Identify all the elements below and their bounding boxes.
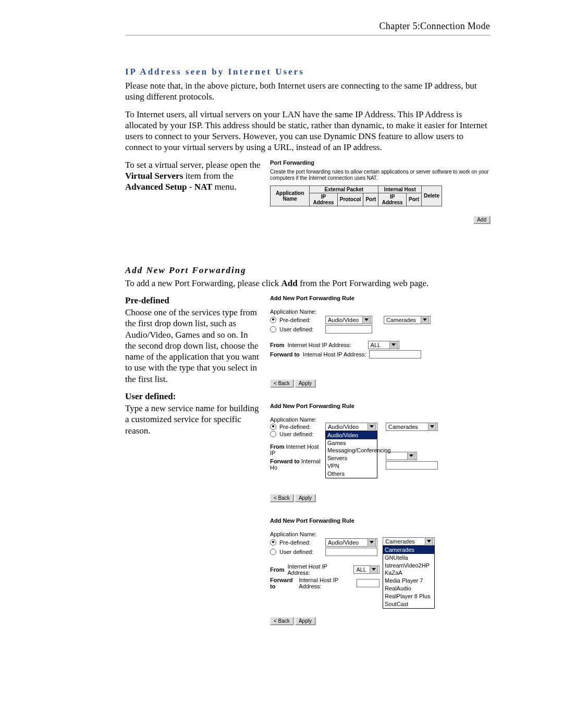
list-item[interactable]: Messaging/Conferencing xyxy=(326,447,377,454)
fwd-ip-input[interactable] xyxy=(386,461,438,470)
list-item[interactable]: IstreamVideo2HP xyxy=(383,562,434,570)
th-app: Application Name xyxy=(271,186,310,206)
add-button[interactable]: Add xyxy=(473,216,490,224)
radio-userdef[interactable] xyxy=(270,431,276,437)
type-select[interactable]: Audio/Video xyxy=(325,316,372,324)
para-note: Please note that, in the above picture, … xyxy=(125,80,490,103)
list-item[interactable]: Games xyxy=(326,439,377,447)
type-select[interactable]: Audio/Video xyxy=(325,538,377,547)
text: To add a new Port Forwarding, please cli… xyxy=(125,278,282,288)
select-value: Camerades xyxy=(385,538,415,545)
chevron-down-icon xyxy=(368,423,376,431)
list-item[interactable]: Camerades xyxy=(383,546,434,554)
apply-button[interactable]: Apply xyxy=(295,494,315,502)
radio-predef[interactable] xyxy=(270,539,276,546)
text-bold: Add xyxy=(282,278,298,288)
app-dropdown-list[interactable]: Camerades GNUtella IstreamVideo2HP KaZaA… xyxy=(383,546,435,609)
text: item from the xyxy=(183,171,234,181)
text: from the Port Forwarding web page. xyxy=(298,278,429,288)
chevron-down-icon xyxy=(407,452,415,460)
from-label-b: From xyxy=(270,342,285,348)
list-item[interactable]: Audio/Video xyxy=(326,431,377,439)
th-ip: IP Address xyxy=(310,193,338,206)
svg-marker-2 xyxy=(391,343,396,346)
text-bold: Virtual Servers xyxy=(125,171,183,181)
apply-button[interactable]: Apply xyxy=(295,379,315,387)
text: To set a virtual server, please open the xyxy=(125,160,261,170)
app-label: Application Name: xyxy=(270,309,490,315)
th-ext: External Packet xyxy=(310,186,378,193)
radio-userdef[interactable] xyxy=(270,549,276,555)
apply-button[interactable]: Apply xyxy=(295,617,315,625)
list-item[interactable]: Others xyxy=(326,470,377,478)
rule-heading: Add New Port Forwarding Rule xyxy=(270,517,490,524)
type-select-open[interactable]: Audio/Video xyxy=(325,423,377,431)
svg-marker-3 xyxy=(370,425,374,428)
subsection-add-new: Add New Port Forwarding xyxy=(125,265,490,276)
radio-predef[interactable] xyxy=(270,424,276,430)
userdef-input[interactable] xyxy=(325,548,377,556)
from-ip-select[interactable]: ALL xyxy=(368,341,399,349)
app-label: Application Name: xyxy=(270,531,490,537)
divider xyxy=(125,35,490,35)
predef-heading: Pre-defined xyxy=(125,295,169,305)
userdef-input[interactable] xyxy=(325,325,372,334)
select-value: Camerades xyxy=(386,317,416,323)
screenshot-rule-2: Add New Port Forwarding Rule Application… xyxy=(270,403,490,502)
chevron-down-icon xyxy=(368,538,376,547)
list-item[interactable]: GNUtella xyxy=(383,554,434,562)
chevron-down-icon xyxy=(389,341,398,349)
from-label-b: From xyxy=(270,443,285,450)
app-select-open[interactable]: Camerades xyxy=(383,537,435,546)
screenshot-rule-3: Add New Port Forwarding Rule Application… xyxy=(270,517,490,625)
list-item[interactable]: KaZaA xyxy=(383,569,434,577)
select-value: ALL xyxy=(356,566,366,573)
th-ip2: IP Address xyxy=(378,193,407,206)
from-ip-select[interactable]: ALL xyxy=(353,565,380,574)
pf-table: Application Name External Packet Interna… xyxy=(270,186,442,206)
svg-marker-6 xyxy=(370,541,374,544)
th-port: Port xyxy=(363,193,378,206)
svg-marker-0 xyxy=(364,318,369,321)
back-button[interactable]: < Back xyxy=(270,379,293,387)
fwd-label-b: Forward to xyxy=(270,351,300,357)
from-label: Internet Host IP Address: xyxy=(288,563,351,576)
th-proto: Protocol xyxy=(337,193,363,206)
radio-predef[interactable] xyxy=(270,317,276,323)
svg-marker-4 xyxy=(430,425,434,428)
userdef-label: User defined: xyxy=(279,326,322,332)
fwd-ip-input[interactable] xyxy=(357,579,380,587)
screenshot-port-forwarding: Port Forwarding Create the port forwardi… xyxy=(270,159,490,224)
list-item[interactable]: Media Player 7 xyxy=(383,577,434,585)
app-select[interactable]: Camerades xyxy=(384,316,431,324)
svg-marker-5 xyxy=(409,454,413,457)
from-label: Internet Host IP Address: xyxy=(288,342,351,348)
rule-heading: Add New Port Forwarding Rule xyxy=(270,403,490,409)
pf-desc: Create the port forwarding rules to allo… xyxy=(270,169,490,181)
back-button[interactable]: < Back xyxy=(270,494,293,502)
app-label: Application Name: xyxy=(270,416,490,423)
predef-label: Pre-defined: xyxy=(279,539,322,546)
predef-para: Choose one of the services type from the… xyxy=(125,307,261,385)
list-item[interactable]: Servers xyxy=(326,454,377,462)
list-item[interactable]: RealPlayer 8 Plus xyxy=(383,593,434,600)
fwd-label: Internal Host IP Address: xyxy=(303,351,366,357)
list-item[interactable]: VPN xyxy=(326,462,377,470)
fwd-ip-input[interactable] xyxy=(369,350,421,359)
para-add-new: To add a new Port Forwarding, please cli… xyxy=(125,278,490,289)
list-item[interactable]: SoutCast xyxy=(383,600,434,608)
select-value: Audio/Video xyxy=(328,539,359,546)
fwd-label-b: Forward to xyxy=(270,577,296,589)
back-button[interactable]: < Back xyxy=(270,617,293,625)
section-ip-title: IP Address seen by Internet Users xyxy=(125,67,490,77)
list-item[interactable]: RealAudio xyxy=(383,585,434,593)
th-int: Internal Host xyxy=(378,186,422,193)
pf-heading: Port Forwarding xyxy=(270,159,490,166)
select-value: Camerades xyxy=(388,424,418,430)
th-delete: Delete xyxy=(421,186,442,206)
app-select[interactable]: Camerades xyxy=(386,423,438,431)
type-dropdown-list[interactable]: Audio/Video Games Messaging/Conferencing… xyxy=(325,431,377,478)
para-virtual-server: To set a virtual server, please open the… xyxy=(125,159,261,193)
chevron-down-icon xyxy=(425,537,433,546)
radio-userdef[interactable] xyxy=(270,326,276,332)
